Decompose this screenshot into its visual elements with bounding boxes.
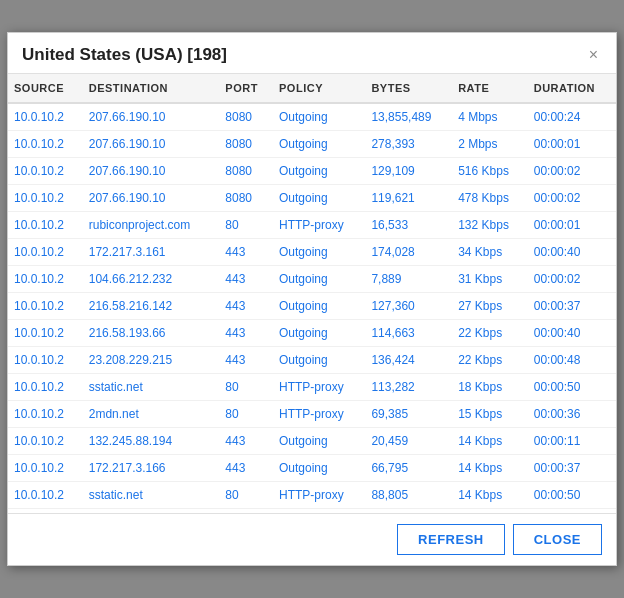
cell-destination: 207.66.190.10: [83, 158, 220, 185]
cell-source: 10.0.10.2: [8, 158, 83, 185]
table-row[interactable]: 10.0.10.2216.58.193.66443Outgoing114,663…: [8, 320, 616, 347]
cell-destination: 216.58.216.142: [83, 293, 220, 320]
table-row[interactable]: 10.0.10.223.208.229.215443Outgoing136,42…: [8, 347, 616, 374]
cell-bytes: 114,663: [365, 320, 452, 347]
cell-bytes: 127,360: [365, 293, 452, 320]
cell-destination: 207.66.190.10: [83, 103, 220, 131]
column-header-bytes: BYTES: [365, 74, 452, 103]
cell-bytes: 7,889: [365, 266, 452, 293]
cell-duration: 00:00:02: [528, 266, 616, 293]
table-row[interactable]: 10.0.10.2172.217.3.166443Outgoing66,7951…: [8, 455, 616, 482]
table-row[interactable]: 10.0.10.2rubiconproject.com80HTTP-proxy1…: [8, 212, 616, 239]
cell-bytes: 119,621: [365, 185, 452, 212]
cell-policy: HTTP-proxy: [273, 482, 365, 509]
cell-rate: 516 Kbps: [452, 158, 528, 185]
cell-rate: 18 Kbps: [452, 374, 528, 401]
refresh-button[interactable]: REFRESH: [397, 524, 505, 555]
close-button[interactable]: CLOSE: [513, 524, 602, 555]
cell-port: 8080: [219, 103, 273, 131]
cell-duration: 00:00:11: [528, 428, 616, 455]
cell-rate: 132 Kbps: [452, 212, 528, 239]
cell-bytes: 13,855,489: [365, 103, 452, 131]
table-row[interactable]: 10.0.10.2207.66.190.108080Outgoing119,62…: [8, 185, 616, 212]
column-header-destination: DESTINATION: [83, 74, 220, 103]
cell-policy: HTTP-proxy: [273, 212, 365, 239]
cell-rate: 478 Kbps: [452, 185, 528, 212]
cell-rate: 22 Kbps: [452, 320, 528, 347]
cell-destination: sstatic.net: [83, 374, 220, 401]
cell-destination: 207.66.190.10: [83, 131, 220, 158]
column-header-policy: POLICY: [273, 74, 365, 103]
cell-destination: 2mdn.net: [83, 401, 220, 428]
cell-bytes: 20,459: [365, 428, 452, 455]
cell-rate: 27 Kbps: [452, 293, 528, 320]
table-row[interactable]: 10.0.10.2216.58.216.142443Outgoing127,36…: [8, 293, 616, 320]
table-row[interactable]: 10.0.10.2sstatic.net80HTTP-proxy88,80514…: [8, 482, 616, 509]
column-header-source: SOURCE: [8, 74, 83, 103]
cell-duration: 00:00:02: [528, 185, 616, 212]
cell-source: 10.0.10.2: [8, 482, 83, 509]
cell-bytes: 69,385: [365, 401, 452, 428]
cell-rate: 14 Kbps: [452, 455, 528, 482]
cell-rate: 14 Kbps: [452, 428, 528, 455]
table-row[interactable]: 10.0.10.2172.217.3.161443Outgoing174,028…: [8, 239, 616, 266]
cell-policy: Outgoing: [273, 266, 365, 293]
cell-port: 443: [219, 428, 273, 455]
cell-port: 8080: [219, 131, 273, 158]
close-x-button[interactable]: ×: [585, 45, 602, 65]
cell-bytes: 16,533: [365, 212, 452, 239]
cell-source: 10.0.10.2: [8, 347, 83, 374]
cell-source: 10.0.10.2: [8, 320, 83, 347]
table-row[interactable]: 10.0.10.2104.66.212.232443Outgoing7,8893…: [8, 266, 616, 293]
cell-policy: Outgoing: [273, 347, 365, 374]
cell-duration: 00:00:01: [528, 212, 616, 239]
cell-duration: 00:00:37: [528, 293, 616, 320]
table-row[interactable]: 10.0.10.2sstatic.net80HTTP-proxy113,2821…: [8, 374, 616, 401]
cell-bytes: 66,795: [365, 455, 452, 482]
cell-duration: 00:00:36: [528, 401, 616, 428]
cell-port: 8080: [219, 158, 273, 185]
cell-rate: 34 Kbps: [452, 239, 528, 266]
cell-rate: 4 Mbps: [452, 103, 528, 131]
table-row[interactable]: 10.0.10.2132.245.88.194443Outgoing20,459…: [8, 428, 616, 455]
cell-port: 443: [219, 239, 273, 266]
table-header: SOURCEDESTINATIONPORTPOLICYBYTESRATEDURA…: [8, 74, 616, 103]
table-wrapper: SOURCEDESTINATIONPORTPOLICYBYTESRATEDURA…: [8, 74, 616, 514]
cell-port: 443: [219, 293, 273, 320]
modal-dialog: United States (USA) [198] × SOURCEDESTIN…: [7, 32, 617, 566]
cell-destination: 172.217.3.166: [83, 455, 220, 482]
table-row[interactable]: 10.0.10.22mdn.net80HTTP-proxy69,38515 Kb…: [8, 401, 616, 428]
cell-policy: Outgoing: [273, 428, 365, 455]
modal-footer: REFRESH CLOSE: [8, 514, 616, 565]
connections-table: SOURCEDESTINATIONPORTPOLICYBYTESRATEDURA…: [8, 74, 616, 514]
cell-policy: Outgoing: [273, 320, 365, 347]
cell-duration: 00:00:50: [528, 482, 616, 509]
table-row[interactable]: 10.0.10.2207.66.190.108080Outgoing13,855…: [8, 103, 616, 131]
cell-source: 10.0.10.2: [8, 455, 83, 482]
modal-title: United States (USA) [198]: [22, 45, 227, 65]
cell-duration: 00:00:02: [528, 158, 616, 185]
cell-bytes: 129,109: [365, 158, 452, 185]
cell-policy: HTTP-proxy: [273, 374, 365, 401]
cell-bytes: 136,424: [365, 347, 452, 374]
table-row[interactable]: 10.0.10.2207.66.190.108080Outgoing129,10…: [8, 158, 616, 185]
cell-policy: Outgoing: [273, 158, 365, 185]
cell-duration: 00:00:24: [528, 103, 616, 131]
column-header-rate: RATE: [452, 74, 528, 103]
column-header-port: PORT: [219, 74, 273, 103]
cell-bytes: 88,805: [365, 482, 452, 509]
table-row[interactable]: 10.0.10.2207.66.190.108080Outgoing278,39…: [8, 131, 616, 158]
cell-port: 80: [219, 374, 273, 401]
cell-port: 80: [219, 212, 273, 239]
cell-duration: 00:00:50: [528, 374, 616, 401]
cell-destination: sstatic.net: [83, 482, 220, 509]
cell-source: 10.0.10.2: [8, 293, 83, 320]
cell-destination: 207.66.190.10: [83, 185, 220, 212]
cell-policy: Outgoing: [273, 455, 365, 482]
cell-source: 10.0.10.2: [8, 212, 83, 239]
cell-policy: Outgoing: [273, 185, 365, 212]
cell-destination: rubiconproject.com: [83, 212, 220, 239]
cell-bytes: 278,393: [365, 131, 452, 158]
cell-duration: 00:00:40: [528, 239, 616, 266]
cell-policy: Outgoing: [273, 293, 365, 320]
